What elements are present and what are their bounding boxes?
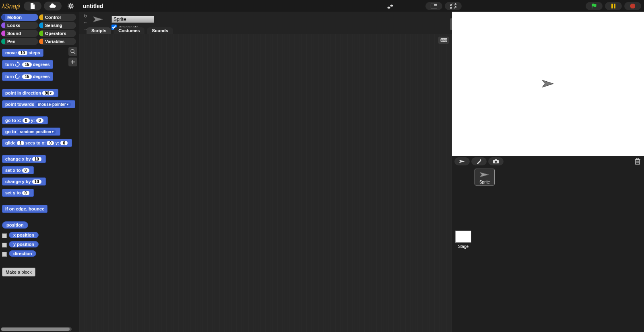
- file-menu-button[interactable]: [24, 2, 41, 10]
- block-bounce[interactable]: if on edge, bounce: [2, 205, 47, 213]
- svg-text:Snap: Snap: [5, 3, 20, 10]
- reporter-x-position[interactable]: x position: [9, 232, 39, 238]
- svg-rect-15: [434, 4, 437, 6]
- category-looks[interactable]: Looks: [1, 22, 38, 29]
- category-pen[interactable]: Pen: [1, 38, 38, 45]
- rotation-rotate-button[interactable]: ↻: [84, 13, 87, 19]
- svg-marker-23: [93, 16, 103, 22]
- snap-logo[interactable]: λ Snap !: [0, 0, 23, 12]
- block-turn-cw[interactable]: turn 15degrees: [2, 60, 53, 69]
- svg-line-8: [69, 4, 70, 4]
- stage-icon-wrapper: Stage: [455, 231, 471, 249]
- block-set-y[interactable]: set y to0: [2, 189, 34, 197]
- small-stage-button[interactable]: [425, 2, 442, 10]
- svg-point-3: [70, 5, 72, 7]
- pause-button[interactable]: [605, 2, 622, 10]
- block-set-x[interactable]: set x to0: [2, 166, 34, 174]
- stage-size-controls: [424, 2, 463, 10]
- svg-point-13: [390, 4, 393, 6]
- keyboard-entry-button[interactable]: ⌨: [438, 37, 449, 44]
- svg-rect-32: [636, 158, 639, 159]
- block-goto[interactable]: go torandom position: [2, 128, 60, 136]
- sprite-icon[interactable]: Sprite: [475, 169, 495, 186]
- tab-costumes[interactable]: Costumes: [114, 27, 144, 34]
- stage-icon-label: Stage: [458, 244, 469, 249]
- palette-scrollbar[interactable]: [1, 327, 72, 331]
- tab-scripts[interactable]: Scripts: [87, 27, 111, 34]
- stage[interactable]: [452, 12, 644, 156]
- block-change-x[interactable]: change x by10: [2, 155, 46, 163]
- checkbox-direction[interactable]: [2, 252, 7, 257]
- svg-rect-17: [614, 4, 615, 8]
- checkbox-x-position[interactable]: [2, 233, 7, 238]
- svg-line-11: [72, 4, 73, 4]
- corral-bar: [452, 156, 644, 167]
- green-flag-button[interactable]: [586, 2, 603, 10]
- rotation-flip-button[interactable]: ↔: [83, 20, 88, 25]
- reporter-y-position[interactable]: y position: [9, 241, 39, 247]
- block-change-y[interactable]: change y by10: [2, 177, 46, 186]
- sprite-bar: ↻ ↔ → draggable Scripts Costumes Sounds: [79, 12, 452, 34]
- svg-marker-24: [542, 80, 553, 87]
- svg-point-19: [71, 49, 74, 53]
- svg-marker-25: [459, 160, 465, 163]
- block-goto-xy[interactable]: go to x:0y:0: [2, 116, 48, 124]
- make-block-button[interactable]: Make a block: [2, 268, 35, 276]
- paint-new-sprite-button[interactable]: [471, 157, 487, 165]
- svg-marker-18: [630, 4, 635, 8]
- block-turn-ccw[interactable]: turn 15degrees: [2, 72, 53, 81]
- svg-point-29: [495, 161, 497, 163]
- left-panel: Motion Control Looks Sensing Sound Opera…: [0, 12, 79, 332]
- center-panel: ↻ ↔ → draggable Scripts Costumes Sounds: [79, 12, 452, 332]
- block-palette[interactable]: move10steps turn 15degrees turn 15degree…: [0, 45, 79, 332]
- visible-stepping-button[interactable]: [385, 2, 396, 10]
- project-title[interactable]: untitled: [83, 3, 103, 9]
- stage-icon[interactable]: [455, 231, 471, 243]
- block-point-direction[interactable]: point in direction90: [2, 89, 58, 97]
- block-position-header[interactable]: position: [2, 221, 28, 229]
- editor-tabs: Scripts Costumes Sounds: [87, 27, 173, 34]
- cloud-menu-button[interactable]: [44, 2, 62, 10]
- block-glide[interactable]: glide1secs to x:0y:0: [2, 139, 72, 147]
- svg-line-10: [69, 7, 70, 8]
- category-sensing[interactable]: Sensing: [39, 22, 76, 29]
- search-blocks-button[interactable]: [68, 47, 77, 56]
- run-controls: [584, 2, 642, 10]
- camera-new-sprite-button[interactable]: [488, 157, 504, 165]
- sprite-name-input[interactable]: [111, 16, 154, 23]
- scripts-area[interactable]: ⌨: [79, 34, 452, 332]
- category-control[interactable]: Control: [39, 14, 76, 21]
- presentation-mode-button[interactable]: [445, 2, 462, 10]
- category-operators[interactable]: Operators: [39, 30, 76, 37]
- trash-button[interactable]: [634, 158, 641, 165]
- new-turtle-sprite-button[interactable]: [454, 157, 470, 165]
- topbar-middle: [382, 2, 398, 10]
- reporter-direction[interactable]: direction: [9, 250, 36, 257]
- sprite-thumbnail[interactable]: [92, 15, 104, 24]
- category-motion[interactable]: Motion: [1, 14, 38, 21]
- block-point-towards[interactable]: point towardsmouse-pointer: [2, 100, 75, 108]
- category-sound[interactable]: Sound: [1, 30, 38, 37]
- block-move-steps[interactable]: move10steps: [2, 49, 43, 57]
- category-variables[interactable]: Variables: [39, 38, 76, 45]
- add-category-button[interactable]: [68, 58, 77, 66]
- svg-line-9: [72, 7, 73, 8]
- svg-rect-16: [611, 4, 613, 8]
- category-selector: Motion Control Looks Sensing Sound Opera…: [0, 12, 79, 45]
- svg-marker-36: [480, 172, 489, 177]
- right-panel: Sprite Stage: [452, 12, 644, 332]
- stop-button[interactable]: [624, 2, 641, 10]
- svg-point-12: [388, 6, 390, 8]
- tab-sounds[interactable]: Sounds: [147, 27, 173, 34]
- topbar: λ Snap ! untitled: [0, 0, 644, 12]
- settings-menu-button[interactable]: [65, 2, 76, 10]
- svg-rect-28: [495, 159, 497, 161]
- sprite-corral[interactable]: Sprite Stage: [452, 167, 644, 332]
- stage-sprite[interactable]: [541, 78, 555, 89]
- checkbox-y-position[interactable]: [2, 243, 7, 247]
- svg-line-20: [74, 52, 75, 54]
